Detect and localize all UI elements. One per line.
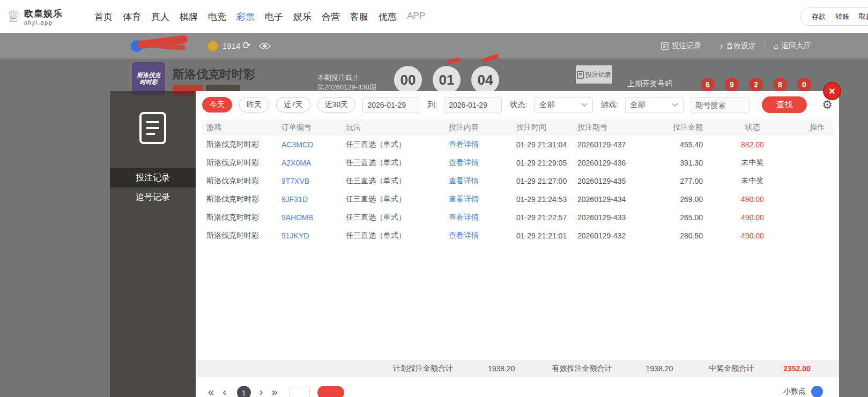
table-row: 斯洛伐克时时彩 9JF31D 任三直选（单式） 查看详情 01-29 21:24… xyxy=(202,190,833,208)
cell-time: 01-29 21:27:00 xyxy=(512,177,573,185)
cell-amount: 277.00 xyxy=(643,177,703,185)
status-label: 状态: xyxy=(510,100,527,110)
plan-total-label: 计划投注金额合计 xyxy=(393,364,453,373)
nav-item-app[interactable]: APP xyxy=(407,11,425,23)
header-amount: 投注金额 xyxy=(643,123,703,132)
nav-item-lottery[interactable]: 彩票 xyxy=(236,11,255,23)
filter-30days-button[interactable]: 近30天 xyxy=(317,97,356,113)
period-search-input[interactable] xyxy=(691,97,750,113)
decimal-toggle-group: 小数点 xyxy=(783,386,823,397)
game-title: 斯洛伐克时时彩 xyxy=(173,66,255,83)
withdraw-button[interactable]: 取款 xyxy=(859,12,868,21)
header-content: 投注内容 xyxy=(444,123,512,132)
banner-bet-records-button[interactable]: 投注记录 xyxy=(576,65,612,84)
eye-icon[interactable] xyxy=(259,42,271,52)
cell-amount: 391.30 xyxy=(643,159,703,167)
back-to-lobby-link[interactable]: ⌂ 返回大厅 xyxy=(774,41,811,51)
cell-period: 20260129-437 xyxy=(573,140,643,149)
game-label: 游戏: xyxy=(601,100,618,110)
nav-item-slots[interactable]: 电子 xyxy=(265,11,283,23)
order-link[interactable]: AC3MCD xyxy=(277,140,342,149)
cell-amount: 265.00 xyxy=(643,213,703,222)
bet-records-link[interactable]: 投注记录 xyxy=(661,41,701,51)
header-game: 游戏 xyxy=(202,123,277,132)
first-page-icon[interactable]: « xyxy=(208,386,214,397)
order-link[interactable]: 9JF31D xyxy=(277,195,342,204)
status-select-value: 全部 xyxy=(539,100,554,110)
filter-yesterday-button[interactable]: 昨天 xyxy=(239,97,269,113)
banner-bet-records-label: 投注记录 xyxy=(585,70,611,79)
bet-records-modal: 今天 昨天 近7天 近30天 到: 状态: 全部 游戏: 全部 查找 ⚙ 游戏 xyxy=(196,91,839,397)
draw-ball: 0 xyxy=(797,78,811,92)
cell-status: 未中奖 xyxy=(703,158,802,168)
nav-item-partner[interactable]: 合营 xyxy=(322,11,340,23)
prev-page-icon[interactable]: ‹ xyxy=(222,386,226,397)
cell-time: 01-29 21:21:01 xyxy=(512,231,573,240)
refresh-balance-icon[interactable]: ⟳ xyxy=(242,39,251,51)
cell-game: 斯洛伐克时时彩 xyxy=(202,158,277,168)
view-details-link[interactable]: 查看详情 xyxy=(444,176,512,186)
valid-total-label: 有效投注金额合计 xyxy=(552,364,612,373)
filter-7days-button[interactable]: 近7天 xyxy=(276,97,310,113)
table-row: 斯洛伐克时时彩 91JKYD 任三直选（单式） 查看详情 01-29 21:21… xyxy=(202,227,833,245)
order-link[interactable]: 9T7XVB xyxy=(277,177,342,185)
page-jump-confirm-button[interactable] xyxy=(317,386,344,397)
cell-period: 20260129-432 xyxy=(573,231,643,240)
countdown-hours: 00 xyxy=(394,66,422,94)
nav-item-live[interactable]: 真人 xyxy=(151,11,169,23)
brand-logo[interactable]: ♕ 欧皇娱乐 ohyl.app xyxy=(6,8,83,26)
nav-item-home[interactable]: 首页 xyxy=(94,11,113,23)
status-select[interactable]: 全部 xyxy=(534,97,593,113)
view-details-link[interactable]: 查看详情 xyxy=(444,213,512,222)
deposit-button[interactable]: 存款 xyxy=(812,12,826,21)
draw-ball: 8 xyxy=(773,78,787,92)
order-link[interactable]: 9AHOMB xyxy=(277,213,342,222)
header-action: 操作 xyxy=(802,123,833,132)
header-time: 投注时间 xyxy=(512,123,573,132)
bet-records-table: 游戏 订单编号 玩法 投注内容 投注时间 投注期号 投注金额 状态 操作 斯洛伐… xyxy=(202,119,833,245)
game-select[interactable]: 全部 xyxy=(625,97,684,113)
view-details-link[interactable]: 查看详情 xyxy=(444,158,512,168)
order-link[interactable]: A2X0MA xyxy=(277,159,342,167)
date-from-input[interactable] xyxy=(362,97,420,113)
nav-item-service[interactable]: 客服 xyxy=(350,11,368,23)
cell-amount: 269.00 xyxy=(643,195,703,204)
filter-today-button[interactable]: 今天 xyxy=(202,97,232,113)
nav-item-esports[interactable]: 电竞 xyxy=(208,11,226,23)
view-details-link[interactable]: 查看详情 xyxy=(444,194,512,204)
header-play: 玩法 xyxy=(342,123,444,132)
view-details-link[interactable]: 查看详情 xyxy=(444,231,512,241)
table-row: 斯洛伐克时时彩 9AHOMB 任三直选（单式） 查看详情 01-29 21:22… xyxy=(202,208,833,227)
nav-item-board[interactable]: 棋牌 xyxy=(180,11,198,23)
win-total-label: 中奖金额合计 xyxy=(709,364,754,373)
date-to-input[interactable] xyxy=(444,97,502,113)
cell-game: 斯洛伐克时时彩 xyxy=(202,140,277,149)
valid-total-value: 1938.20 xyxy=(646,364,673,373)
cell-period: 20260129-436 xyxy=(573,159,643,167)
nav-item-sports[interactable]: 体育 xyxy=(123,11,141,23)
draw-ball: 9 xyxy=(725,78,739,92)
nav-item-entertainment[interactable]: 娱乐 xyxy=(293,11,311,23)
gear-icon[interactable]: ⚙ xyxy=(822,99,833,111)
view-details-link[interactable]: 查看详情 xyxy=(444,140,512,149)
nav-item-promo[interactable]: 优惠 xyxy=(379,11,397,23)
win-total-value: 2352.00 xyxy=(783,364,811,373)
crown-icon: ♕ xyxy=(6,9,21,25)
decimal-toggle[interactable] xyxy=(811,386,823,397)
transfer-button[interactable]: 转账 xyxy=(835,12,849,21)
sidebar-item-chase-records[interactable]: 追号记录 xyxy=(110,188,196,207)
sound-settings-link[interactable]: ♪ 音效设定 xyxy=(719,41,756,51)
cell-time: 01-29 21:24:53 xyxy=(512,195,573,204)
close-icon[interactable]: × xyxy=(823,82,841,100)
app-root: ♕ 欧皇娱乐 ohyl.app 首页 体育 真人 棋牌 电竞 彩票 电子 娱乐 … xyxy=(0,0,868,397)
cell-game: 斯洛伐克时时彩 xyxy=(202,194,277,204)
page-number-button[interactable]: 1 xyxy=(237,386,251,397)
next-page-icon[interactable]: › xyxy=(259,386,263,397)
order-link[interactable]: 91JKYD xyxy=(277,231,342,240)
last-page-icon[interactable]: » xyxy=(271,386,277,397)
cell-play: 任三直选（单式） xyxy=(342,158,444,168)
page-jump-input[interactable] xyxy=(290,386,310,397)
user-bar: 1914 ⟳ 投注记录 ♪ 音效设定 xyxy=(0,33,868,59)
search-button[interactable]: 查找 xyxy=(762,96,807,113)
sidebar-item-bet-records[interactable]: 投注记录 xyxy=(110,168,196,188)
